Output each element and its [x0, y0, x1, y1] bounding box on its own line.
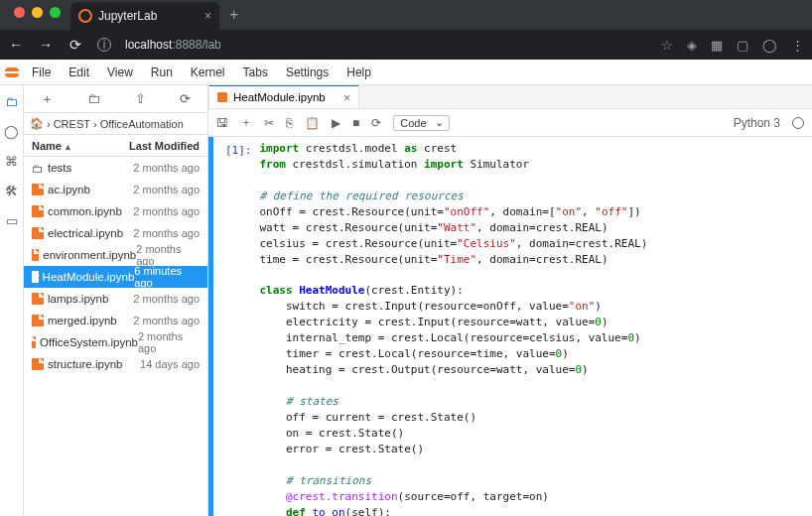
breadcrumb-seg[interactable]: OfficeAutomation [100, 118, 184, 130]
browser-tab[interactable]: JupyterLab × [70, 2, 219, 30]
extension-icon[interactable]: ◈ [687, 38, 697, 53]
file-name: electrical.ipynb [48, 227, 123, 239]
code-cell[interactable]: [1]: import crestdsl.model as crest from… [208, 137, 812, 516]
address-bar[interactable]: localhost:8888/lab [125, 38, 647, 52]
file-row[interactable]: electrical.ipynb2 months ago [24, 222, 207, 244]
notebook-icon [32, 358, 44, 370]
file-row[interactable]: lamps.ipynb2 months ago [24, 288, 207, 310]
cast-icon[interactable]: ▢ [737, 38, 748, 53]
nav-reload-icon[interactable]: ⟳ [68, 37, 83, 53]
profile-icon[interactable]: ◯ [762, 38, 777, 53]
code-editor[interactable]: import crestdsl.model as crest from cres… [260, 141, 813, 516]
file-row[interactable]: OfficeSystem.ipynb2 months ago [24, 331, 207, 353]
menu-run[interactable]: Run [143, 62, 181, 83]
file-name: OfficeSystem.ipynb [40, 336, 138, 348]
tools-tab-icon[interactable]: 🛠 [4, 183, 20, 198]
close-window-icon[interactable] [14, 7, 25, 18]
file-name: tests [48, 162, 71, 174]
notebook-toolbar: 🖫 ＋ ✂ ⎘ 📋 ▶ ■ ⟳ Code Python 3 [208, 109, 812, 137]
main-panel: HeatModule.ipynb × 🖫 ＋ ✂ ⎘ 📋 ▶ ■ ⟳ Code … [208, 85, 812, 516]
breadcrumb[interactable]: 🏠 › CREST › OfficeAutomation [24, 113, 207, 135]
menu-settings[interactable]: Settings [278, 62, 337, 83]
file-modified: 2 months ago [136, 243, 200, 267]
run-icon[interactable]: ▶ [332, 116, 340, 130]
filebrowser-tab-icon[interactable]: 🗀 [4, 93, 20, 109]
menu-file[interactable]: File [24, 62, 59, 83]
document-tab[interactable]: HeatModule.ipynb × [208, 85, 359, 108]
file-name: lamps.ipynb [48, 293, 108, 305]
browser-tab-strip: JupyterLab × + [0, 0, 812, 30]
file-name: merged.ipynb [48, 315, 117, 326]
file-name: environment.ipynb [43, 249, 136, 261]
new-tab-button[interactable]: + [219, 6, 248, 24]
tabs-tab-icon[interactable]: ▭ [4, 212, 20, 228]
filebrowser-header[interactable]: Name▲ Last Modified [24, 135, 207, 157]
star-icon[interactable]: ☆ [661, 38, 673, 53]
upload-icon[interactable]: ⇧ [135, 91, 146, 106]
save-icon[interactable]: 🖫 [216, 116, 228, 130]
notebook-icon [32, 205, 44, 217]
browser-tab-title: JupyterLab [98, 9, 157, 23]
file-row[interactable]: common.ipynb2 months ago [24, 200, 207, 222]
file-modified: 6 minutes ago [134, 265, 200, 289]
notebook-icon [32, 184, 44, 195]
home-icon[interactable]: 🏠 [30, 117, 44, 130]
file-row[interactable]: merged.ipynb2 months ago [24, 310, 207, 331]
file-modified: 2 months ago [133, 315, 200, 326]
paste-icon[interactable]: 📋 [305, 116, 320, 130]
breadcrumb-seg[interactable]: CREST [54, 118, 90, 130]
stop-icon[interactable]: ■ [352, 116, 359, 130]
file-name: ac.ipynb [48, 184, 90, 195]
jupyterlab-app: FileEditViewRunKernelTabsSettingsHelp 🗀 … [0, 60, 812, 516]
new-folder-icon[interactable]: 🗀 [87, 91, 100, 106]
insert-cell-icon[interactable]: ＋ [240, 114, 252, 131]
input-prompt: [1]: [225, 141, 260, 516]
file-row[interactable]: tests2 months ago [24, 157, 207, 179]
window-controls[interactable] [8, 7, 70, 24]
left-activity-bar: 🗀 ◯ ⌘ 🛠 ▭ [0, 85, 24, 516]
file-name: HeatModule.ipynb [43, 271, 135, 283]
cell-type-select[interactable]: Code [393, 115, 449, 131]
new-launcher-icon[interactable]: ＋ [41, 90, 54, 108]
notebook-icon [32, 271, 39, 283]
browser-chrome: JupyterLab × + ← → ⟳ i localhost:8888/la… [0, 0, 812, 60]
site-info-icon[interactable]: i [97, 38, 111, 52]
menu-edit[interactable]: Edit [61, 62, 97, 83]
file-row[interactable]: ac.ipynb2 months ago [24, 179, 207, 200]
file-modified: 2 months ago [133, 293, 200, 305]
file-modified: 2 months ago [133, 184, 200, 195]
restart-icon[interactable]: ⟳ [371, 116, 381, 130]
minimize-window-icon[interactable] [32, 7, 43, 18]
notebook-cells[interactable]: [1]: import crestdsl.model as crest from… [208, 137, 812, 516]
file-modified: 2 months ago [133, 227, 200, 239]
copy-icon[interactable]: ⎘ [286, 116, 293, 130]
translate-icon[interactable]: ▦ [711, 38, 723, 53]
refresh-icon[interactable]: ⟳ [180, 91, 191, 106]
menu-help[interactable]: Help [338, 62, 379, 83]
menu-view[interactable]: View [99, 62, 141, 83]
maximize-window-icon[interactable] [50, 7, 61, 18]
menu-kernel[interactable]: Kernel [183, 62, 233, 83]
close-tab-icon[interactable]: × [204, 9, 211, 23]
kernel-name[interactable]: Python 3 [734, 116, 780, 130]
nav-back-icon[interactable]: ← [8, 37, 24, 53]
file-modified: 2 months ago [138, 330, 200, 354]
notebook-icon [32, 315, 44, 326]
nav-forward-icon[interactable]: → [38, 37, 54, 53]
filebrowser-panel: ＋ 🗀 ⇧ ⟳ 🏠 › CREST › OfficeAutomation Nam… [24, 85, 208, 516]
close-document-icon[interactable]: × [343, 90, 351, 105]
file-modified: 14 days ago [140, 358, 200, 370]
sort-asc-icon: ▲ [64, 142, 72, 152]
kernel-status-icon[interactable] [792, 117, 804, 129]
document-tabs: HeatModule.ipynb × [208, 85, 812, 109]
running-tab-icon[interactable]: ◯ [4, 123, 20, 139]
file-row[interactable]: structure.ipynb14 days ago [24, 353, 207, 375]
file-row[interactable]: environment.ipynb2 months ago [24, 244, 207, 266]
kebab-menu-icon[interactable]: ⋮ [791, 38, 804, 53]
jupyter-logo-icon [0, 59, 24, 86]
commands-tab-icon[interactable]: ⌘ [4, 153, 20, 169]
menu-items: FileEditViewRunKernelTabsSettingsHelp [24, 62, 379, 83]
file-row[interactable]: HeatModule.ipynb6 minutes ago [24, 266, 207, 288]
menu-tabs[interactable]: Tabs [235, 62, 276, 83]
cut-icon[interactable]: ✂ [264, 116, 274, 130]
